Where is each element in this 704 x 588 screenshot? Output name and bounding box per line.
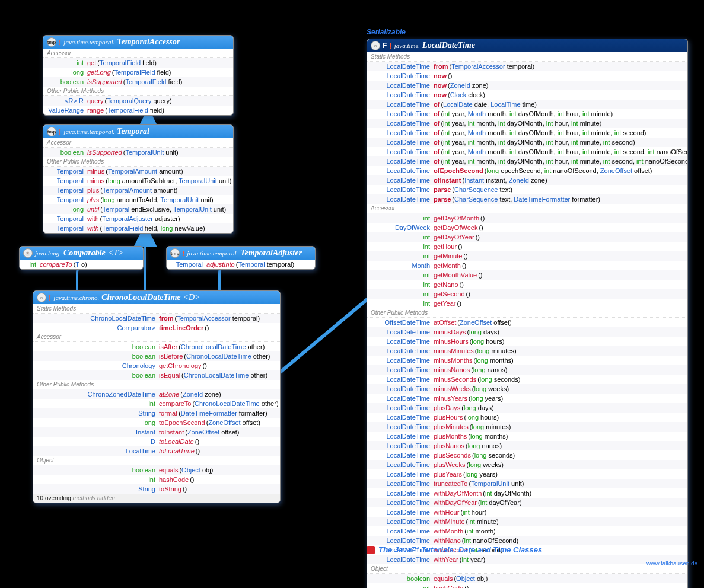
method-row[interactable]: inthashCode() [33, 475, 280, 484]
method-row[interactable]: intgetYear() [367, 299, 687, 308]
method-row[interactable]: longuntil(Temporal endExclusive, Tempora… [43, 204, 233, 214]
method-row[interactable]: LocalDateTimeplusYears(long years) [367, 469, 687, 479]
method-row[interactable]: intgetMinute() [367, 251, 687, 261]
method-row[interactable]: LocalDateTimeof(int year, int month, int… [367, 156, 687, 166]
return-type: OffsetDateTime [371, 318, 434, 327]
method-row[interactable]: intgetNano() [367, 280, 687, 289]
class-header[interactable]: tmp!java.time.temporal.TemporalAccessor [43, 36, 233, 49]
method-row[interactable]: LocalDateTimeminusMinutes(long minutes) [367, 346, 687, 356]
method-row[interactable]: booleanequals(Object obj) [33, 465, 280, 475]
method-row[interactable]: Temporalplus(long amountToAdd, TemporalU… [43, 195, 233, 204]
method-row[interactable]: LocalDateTimeplusDays(long days) [367, 403, 687, 413]
method-row[interactable]: LocalDateTimewithNano(int nanoOfSecond) [367, 536, 687, 545]
class-header[interactable]: ○!java.time.chrono.ChronoLocalDateTime<D… [33, 291, 280, 304]
method-row[interactable]: LocalDateTimenow() [367, 71, 687, 81]
method-row[interactable]: LocalDateTimeminusNanos(long nanos) [367, 365, 687, 375]
method-row[interactable]: <R> Rquery(TemporalQuery query) [43, 96, 233, 106]
method-row[interactable]: intgetDayOfMonth() [367, 213, 687, 223]
method-row[interactable]: LocalDateTimeplusNanos(long nanos) [367, 441, 687, 450]
method-row[interactable]: LocalDateTimeparse(CharSequence text, Da… [367, 194, 687, 204]
method-row[interactable]: LocalDateTimewithMinute(int minute) [367, 517, 687, 526]
method-row[interactable]: StringtoString() [33, 484, 280, 494]
class-header[interactable]: tmp!java.time.temporal.Temporal [43, 125, 233, 138]
method-row[interactable]: LocalDateTimeplusMonths(long months) [367, 432, 687, 441]
method-row[interactable]: OffsetDateTimeatOffset(ZoneOffset offset… [367, 318, 687, 327]
return-type: Temporal [47, 186, 87, 194]
method-row[interactable]: Stringformat(DateTimeFormatter formatter… [33, 408, 280, 418]
method-row[interactable]: DtoLocalDate() [33, 437, 280, 446]
method-row[interactable]: LocalDateTimeminusYears(long years) [367, 394, 687, 403]
method-row[interactable]: inthashCode() [367, 583, 687, 588]
method-row[interactable]: booleanisSupported(TemporalField field) [43, 77, 233, 87]
method-row[interactable]: LocalDateTimeplusMinutes(long minutes) [367, 422, 687, 432]
method-row[interactable]: LocalDateTimeof(int year, Month month, i… [367, 147, 687, 156]
class-header[interactable]: ○F!java.time.LocalDateTime [367, 39, 687, 52]
method-row[interactable]: intgetDayOfYear() [367, 232, 687, 242]
method-row[interactable]: booleanisSupported(TemporalUnit unit) [43, 148, 233, 157]
method-row[interactable]: intgetHour() [367, 242, 687, 251]
method-row[interactable]: TemporaladjustInto(Temporal temporal) [167, 260, 315, 269]
method-row[interactable]: LocalDateTimeof(int year, int month, int… [367, 138, 687, 147]
method-row[interactable]: booleanequals(Object obj) [367, 574, 687, 583]
method-row[interactable]: Temporalminus(TemporalAmount amount) [43, 167, 233, 176]
method-row[interactable]: ChronoLocalDateTimefrom(TemporalAccessor… [33, 314, 280, 323]
method-name: with [87, 215, 100, 223]
method-row[interactable]: LocalDateTimeof(LocalDate date, LocalTim… [367, 100, 687, 109]
method-row[interactable]: LocalDateTimeminusDays(long days) [367, 327, 687, 337]
method-row[interactable]: LocalDateTimeminusSeconds(long seconds) [367, 375, 687, 384]
class-comparable[interactable]: ☕java.lang.Comparable<T>intcompareTo(T o… [19, 246, 144, 270]
class-temporal-accessor[interactable]: tmp!java.time.temporal.TemporalAccessorA… [43, 35, 234, 116]
method-row[interactable]: LocalDateTimeplusHours(long hours) [367, 413, 687, 422]
method-row[interactable]: LocalTimetoLocalTime() [33, 446, 280, 456]
class-header[interactable]: tmp!java.time.temporal.TemporalAdjuster [167, 247, 315, 260]
method-row[interactable]: LocalDateTimewithHour(int hour) [367, 507, 687, 517]
method-row[interactable]: LocalDateTimeofInstant(Instant instant, … [367, 175, 687, 185]
method-row[interactable]: LocalDateTimeof(int year, Month month, i… [367, 128, 687, 138]
method-row[interactable]: LocalDateTimefrom(TemporalAccessor tempo… [367, 62, 687, 71]
method-row[interactable]: ChronologygetChronology() [33, 361, 280, 370]
method-row[interactable]: Comparator>timeLineOrder() [33, 323, 280, 333]
method-row[interactable]: LocalDateTimewithDayOfYear(int dayOfYear… [367, 498, 687, 507]
method-row[interactable]: Temporalwith(TemporalField field, long n… [43, 223, 233, 233]
class-local-date-time[interactable]: ○F!java.time.LocalDateTimeStatic Methods… [367, 39, 688, 588]
method-row[interactable]: DayOfWeekgetDayOfWeek() [367, 223, 687, 232]
method-row[interactable]: longgetLong(TemporalField field) [43, 68, 233, 77]
method-row[interactable]: LocalDateTimewithYear(int year) [367, 555, 687, 564]
method-row[interactable]: intcompareTo(ChronoLocalDateTime other) [33, 399, 280, 408]
method-row[interactable]: InstanttoInstant(ZoneOffset offset) [33, 427, 280, 437]
method-row[interactable]: LocalDateTimeof(int year, int month, int… [367, 119, 687, 128]
class-temporal-adjuster[interactable]: tmp!java.time.temporal.TemporalAdjusterT… [166, 246, 316, 270]
method-row[interactable]: Temporalminus(long amountToSubtract, Tem… [43, 176, 233, 186]
method-row[interactable]: Temporalplus(TemporalAmount amount) [43, 186, 233, 195]
method-row[interactable]: LocalDateTimeminusHours(long hours) [367, 337, 687, 346]
method-row[interactable]: LocalDateTimeofEpochSecond(long epochSec… [367, 166, 687, 175]
method-row[interactable]: intcompareTo(T o) [20, 260, 143, 269]
method-row[interactable]: LocalDateTimeminusWeeks(long weeks) [367, 384, 687, 394]
method-row[interactable]: ChronoZonedDateTimeatZone(ZoneId zone) [33, 389, 280, 399]
method-row[interactable]: LocalDateTimetruncatedTo(TemporalUnit un… [367, 479, 687, 488]
tutorial-link[interactable]: The Java™ Tutorials: Date and Time Class… [367, 545, 542, 554]
method-row[interactable]: booleanisEqual(ChronoLocalDateTime other… [33, 370, 280, 380]
method-row[interactable]: LocalDateTimeparse(CharSequence text) [367, 185, 687, 194]
method-row[interactable]: LocalDateTimeof(int year, Month month, i… [367, 109, 687, 119]
method-row[interactable]: LocalDateTimewithDayOfMonth(int dayOfMon… [367, 488, 687, 498]
method-row[interactable]: longtoEpochSecond(ZoneOffset offset) [33, 418, 280, 427]
method-row[interactable]: intgetMonthValue() [367, 270, 687, 280]
method-row[interactable]: ValueRangerange(TemporalField field) [43, 106, 233, 115]
class-header[interactable]: ☕java.lang.Comparable<T> [20, 247, 143, 260]
method-row[interactable]: LocalDateTimewithMonth(int month) [367, 526, 687, 536]
method-row[interactable]: LocalDateTimenow(Clock clock) [367, 90, 687, 100]
method-row[interactable]: intget(TemporalField field) [43, 58, 233, 68]
method-row[interactable]: Temporalwith(TemporalAdjuster adjuster) [43, 214, 233, 223]
credit-link[interactable]: www.falkhausen.de [646, 560, 697, 567]
method-row[interactable]: LocalDateTimeminusMonths(long months) [367, 356, 687, 365]
method-row[interactable]: LocalDateTimeplusWeeks(long weeks) [367, 460, 687, 469]
method-row[interactable]: MonthgetMonth() [367, 261, 687, 270]
method-row[interactable]: LocalDateTimeplusSeconds(long seconds) [367, 450, 687, 460]
method-row[interactable]: booleanisAfter(ChronoLocalDateTime other… [33, 342, 280, 351]
method-row[interactable]: intgetSecond() [367, 289, 687, 299]
class-chrono-local-date-time[interactable]: ○!java.time.chrono.ChronoLocalDateTime<D… [33, 290, 281, 503]
method-row[interactable]: LocalDateTimenow(ZoneId zone) [367, 81, 687, 90]
method-row[interactable]: booleanisBefore(ChronoLocalDateTime othe… [33, 351, 280, 361]
class-temporal[interactable]: tmp!java.time.temporal.TemporalAccessorb… [43, 124, 234, 234]
